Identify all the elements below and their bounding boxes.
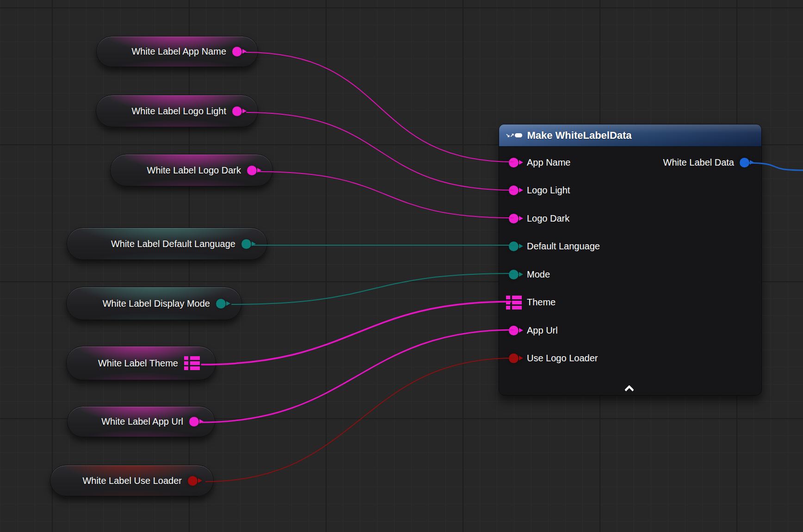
input-row-mode: Mode	[499, 260, 761, 289]
node-title: White Label App Name	[131, 46, 226, 57]
wire-logo-dark[interactable]	[259, 172, 513, 218]
string-input-pin[interactable]	[509, 214, 519, 223]
wire-app-name[interactable]	[246, 52, 513, 162]
node-get-white-label-app-url[interactable]: White Label App Url	[67, 406, 215, 437]
node-get-white-label-theme[interactable]: White Label Theme	[66, 346, 216, 380]
string-input-pin[interactable]	[509, 158, 519, 167]
node-get-white-label-logo-dark[interactable]: White Label Logo Dark	[110, 154, 273, 186]
make-struct-icon: ↘↗	[506, 133, 522, 137]
input-row-theme: Theme	[499, 289, 761, 317]
node-body: App Name Logo Light Logo Dark Default La…	[499, 147, 761, 372]
node-make-whitelabeldata[interactable]: ↘↗ Make WhiteLabelData App Name Logo Lig…	[499, 124, 762, 396]
pin-label: Logo Dark	[527, 213, 569, 224]
wire-use-loader[interactable]	[206, 358, 513, 482]
pin-label: Theme	[527, 297, 556, 308]
node-title: White Label Use Loader	[82, 476, 182, 486]
node-title: White Label App Url	[101, 416, 183, 427]
blueprint-canvas[interactable]: White Label App Name White Label Logo Li…	[0, 0, 803, 532]
node-title: White Label Default Language	[111, 239, 235, 249]
node-get-white-label-display-mode[interactable]: White Label Display Mode	[66, 287, 242, 320]
node-get-white-label-app-name[interactable]: White Label App Name	[96, 36, 258, 67]
node-title: White Label Logo Dark	[147, 165, 241, 176]
enum-output-pin[interactable]	[241, 239, 251, 249]
chevron-row	[499, 385, 761, 392]
pin-label: White Label Data	[663, 157, 734, 168]
pin-label: App Url	[527, 325, 558, 336]
string-input-pin[interactable]	[509, 186, 519, 195]
wire-logo-light[interactable]	[247, 112, 513, 190]
output-row-white-label-data: White Label Data	[663, 148, 761, 177]
enum-input-pin[interactable]	[509, 241, 519, 251]
pin-label: App Name	[527, 157, 571, 168]
enum-input-pin[interactable]	[509, 270, 519, 279]
pin-label: Logo Light	[527, 185, 570, 196]
input-row-logo-dark: Logo Dark	[499, 204, 761, 233]
wire-theme[interactable]	[202, 302, 511, 365]
pin-label: Default Language	[527, 241, 600, 252]
wire-app-url[interactable]	[200, 330, 513, 422]
bool-output-pin[interactable]	[188, 476, 198, 486]
string-output-pin[interactable]	[247, 166, 257, 175]
node-title: White Label Theme	[98, 358, 178, 369]
string-input-pin[interactable]	[509, 326, 519, 335]
node-get-white-label-use-loader[interactable]: White Label Use Loader	[50, 465, 214, 496]
struct-input-pin[interactable]	[506, 296, 522, 309]
enum-output-pin[interactable]	[216, 299, 226, 309]
node-title: White Label Display Mode	[103, 298, 210, 309]
string-output-pin[interactable]	[189, 417, 199, 427]
node-title: White Label Logo Light	[131, 106, 226, 117]
node-get-white-label-default-language[interactable]: White Label Default Language	[67, 228, 267, 260]
node-get-white-label-logo-light[interactable]: White Label Logo Light	[96, 95, 258, 127]
collapse-chevron-button[interactable]	[624, 385, 634, 395]
node-title: Make WhiteLabelData	[527, 130, 631, 142]
string-output-pin[interactable]	[232, 106, 242, 116]
input-row-app-url: App Url	[499, 316, 761, 345]
pin-label: Mode	[527, 269, 550, 280]
bool-input-pin[interactable]	[509, 353, 519, 363]
wire-display-mode[interactable]	[232, 273, 513, 304]
input-row-use-logo-loader: Use Logo Loader	[499, 345, 761, 373]
node-header[interactable]: ↘↗ Make WhiteLabelData	[499, 124, 761, 147]
input-row-default-language: Default Language	[499, 233, 761, 261]
pin-label: Use Logo Loader	[527, 353, 598, 364]
make-struct-icon-capsule	[515, 133, 522, 137]
struct-output-pin[interactable]	[740, 158, 749, 167]
string-output-pin[interactable]	[232, 47, 242, 56]
make-struct-icon-arrows: ↘↗	[506, 133, 514, 137]
struct-output-pin[interactable]	[184, 356, 200, 370]
input-row-logo-light: Logo Light	[499, 177, 761, 205]
